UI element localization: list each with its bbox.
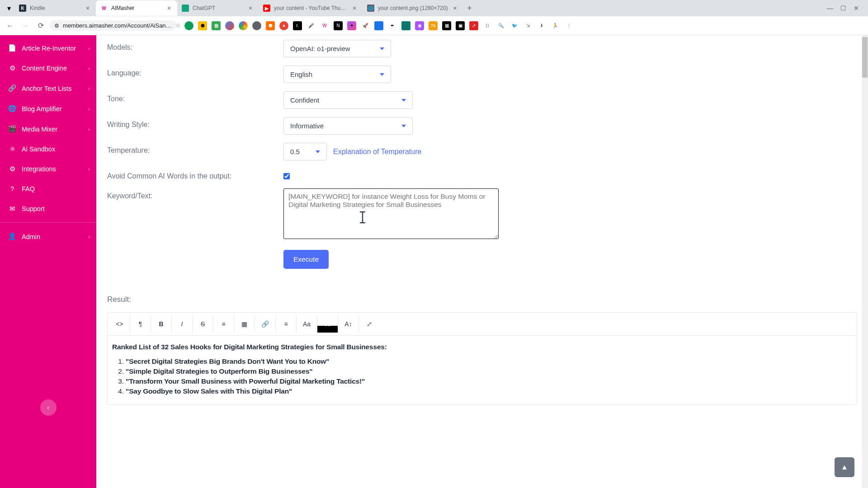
fullscreen-button[interactable]: ⤢ (359, 315, 380, 333)
sidebar-item-faq[interactable]: ?FAQ (0, 179, 96, 199)
line-height-button[interactable]: A↕ (338, 315, 359, 333)
ext-icon-27[interactable]: ⬇ (537, 21, 546, 30)
maximize-button[interactable]: ☐ (840, 5, 846, 12)
result-item: "Transform Your Small Business with Powe… (126, 377, 852, 385)
italic-button[interactable]: I (172, 315, 193, 333)
ext-icon-6[interactable] (252, 21, 261, 30)
reload-button[interactable]: ⟳ (34, 19, 47, 32)
keyword-textarea[interactable] (283, 188, 499, 239)
code-view-button[interactable]: <> (109, 315, 130, 333)
result-item: "Simple Digital Strategies to Outperform… (126, 367, 852, 375)
bookmark-star-icon[interactable]: ☆ (175, 22, 181, 29)
tab-favicon-icon: K (19, 5, 26, 12)
temperature-explanation-link[interactable]: Explanation of Temperature (333, 148, 421, 156)
strikethrough-button[interactable]: S (193, 315, 213, 333)
link-button[interactable]: 🔗 (255, 315, 276, 333)
ext-icon-18[interactable]: ◉ (415, 21, 424, 30)
font-color-button[interactable]: A (317, 315, 338, 333)
result-item: "Say Goodbye to Slow Sales with This Dig… (126, 387, 852, 395)
models-row: Models: OpenAI: o1-preview (107, 35, 857, 57)
tab-close-icon[interactable]: × (451, 5, 458, 12)
close-window-button[interactable]: ✕ (854, 5, 859, 12)
ext-icon-14[interactable]: 🚀 (361, 21, 370, 30)
sidebar-item-admin[interactable]: 👤 Admin › (0, 226, 96, 247)
language-select[interactable]: English (283, 66, 391, 83)
ext-icon-17[interactable] (401, 21, 410, 30)
ext-icon-2[interactable]: ⬢ (198, 21, 207, 30)
sidebar-icon: 🎬 (8, 125, 16, 133)
result-title: Ranked List of 32 Sales Hooks for Digita… (112, 343, 852, 351)
tab-favicon-icon: W (100, 5, 108, 12)
ext-icon-15[interactable] (374, 21, 383, 30)
scrollbar-track[interactable] (862, 35, 868, 488)
browser-tab[interactable]: ▶your content - YouTube Thumb× (259, 0, 363, 16)
ext-icon-24[interactable]: 🔍 (496, 21, 505, 30)
ext-icon-20[interactable]: ▦ (442, 21, 451, 30)
sidebar-item-media-mixer[interactable]: 🎬Media Mixer› (0, 119, 96, 139)
site-info-icon[interactable]: ⚙ (54, 23, 59, 29)
ext-icon-23[interactable]: ⟨⟩ (483, 21, 492, 30)
tone-row: Tone: Confident (107, 91, 857, 109)
sidebar-icon: ✉ (8, 205, 16, 212)
tab-search-dropdown[interactable]: ▾ (4, 3, 14, 14)
forward-button[interactable]: → (19, 19, 32, 32)
style-select[interactable]: Informative (283, 117, 413, 135)
ext-icon-10[interactable]: 🎤 (307, 21, 316, 30)
execute-button[interactable]: Execute (283, 250, 329, 269)
ext-icon-13[interactable]: ✦ (347, 21, 356, 30)
ext-icon-3[interactable]: ▦ (212, 21, 221, 30)
paragraph-format-button[interactable]: ¶ (130, 315, 151, 333)
ext-icon-16[interactable]: ✒ (388, 21, 397, 30)
tab-close-icon[interactable]: × (247, 5, 254, 12)
sidebar-item-anchor-text-lists[interactable]: 🔗Anchor Text Lists› (0, 78, 96, 99)
ext-icon-7[interactable]: ⬣ (266, 21, 275, 30)
ext-icon-22[interactable]: ↗ (469, 21, 478, 30)
tone-select[interactable]: Confident (283, 91, 413, 109)
tab-close-icon[interactable]: × (351, 5, 358, 12)
ext-icon-11[interactable]: W (320, 21, 329, 30)
ext-icon-19[interactable]: 78 (429, 21, 438, 30)
temperature-select[interactable]: 0.5 (283, 143, 327, 160)
ext-icon-12[interactable]: N (334, 21, 343, 30)
tab-close-icon[interactable]: × (165, 5, 173, 12)
ext-icon-25[interactable]: 🐦 (510, 21, 519, 30)
sidebar-collapse-button[interactable]: ‹ (40, 399, 57, 416)
sidebar-item-integrations[interactable]: ⚙Integrations› (0, 159, 96, 179)
font-size-button[interactable]: Aa (297, 315, 317, 333)
ext-icon-1[interactable] (184, 21, 193, 30)
ext-icon-28[interactable]: 🏃 (551, 21, 560, 30)
tab-close-icon[interactable]: × (84, 5, 91, 12)
ext-icon-26[interactable]: ⇲ (524, 21, 533, 30)
tab-title: Kindle (30, 5, 80, 11)
avoid-words-checkbox[interactable] (283, 173, 290, 179)
sidebar-item-blog-amplifier[interactable]: 🌐Blog Amplifier› (0, 99, 96, 119)
scroll-to-top-button[interactable]: ▲ (835, 457, 854, 477)
new-tab-button[interactable]: + (463, 2, 476, 14)
browser-menu-icon[interactable]: ⋮ (564, 21, 573, 30)
sidebar-item-support[interactable]: ✉Support (0, 199, 96, 219)
list-button[interactable]: ≡ (213, 315, 234, 333)
back-button[interactable]: ← (4, 19, 16, 32)
ext-icon-4[interactable] (225, 21, 234, 30)
ext-icon-21[interactable]: ▣ (456, 21, 465, 30)
ext-icon-9[interactable]: r. (293, 21, 302, 30)
url-text: members.aimasher.com/Account/AiSan… (63, 22, 172, 29)
minimize-button[interactable]: — (827, 5, 833, 12)
align-button[interactable]: ≡ (276, 315, 297, 333)
browser-tab[interactable]: KKindle× (14, 0, 96, 16)
browser-tab[interactable]: ChatGPT× (177, 0, 259, 16)
sidebar-item-article-re-inventor[interactable]: 📄Article Re-Inventor› (0, 38, 96, 58)
sidebar-item-ai-sandbox[interactable]: ⚛Ai Sandbox (0, 139, 96, 159)
browser-tab[interactable]: WAIMasher× (96, 0, 177, 16)
models-select[interactable]: OpenAI: o1-preview (283, 40, 391, 57)
editor-content[interactable]: Ranked List of 32 Sales Hooks for Digita… (108, 336, 857, 404)
url-field[interactable]: ⚙ members.aimasher.com/Account/AiSan… ☆ (50, 20, 176, 31)
bold-button[interactable]: B (151, 315, 172, 333)
editor-toolbar: <> ¶ B I S ≡ ▦ 🔗 ≡ Aa A A↕ ⤢ (108, 313, 857, 336)
sidebar-item-content-engine[interactable]: ⚙Content Engine› (0, 58, 96, 78)
browser-tab[interactable]: 🌐your content.png (1280×720)× (363, 0, 463, 16)
table-button[interactable]: ▦ (234, 315, 255, 333)
scrollbar-thumb[interactable] (862, 37, 868, 78)
ext-icon-8[interactable]: ● (279, 21, 288, 30)
ext-icon-5[interactable] (239, 21, 248, 30)
